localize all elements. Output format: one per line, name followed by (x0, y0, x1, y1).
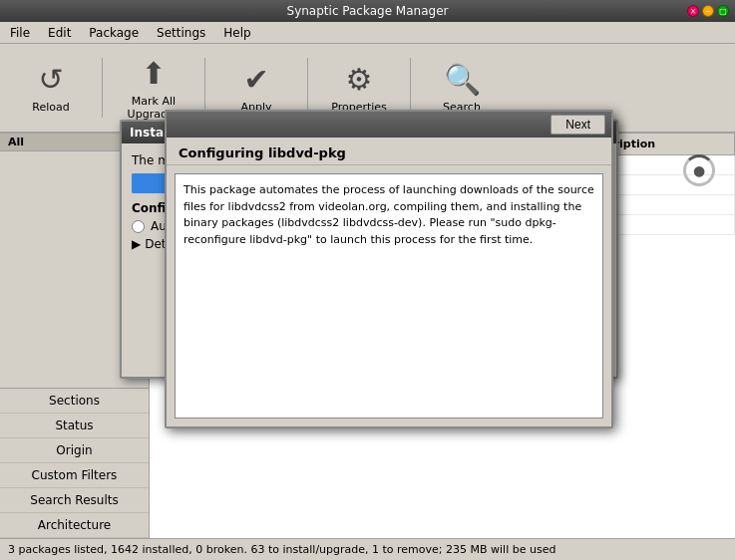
config-dialog-header: Next (167, 112, 611, 138)
close-button[interactable]: × (687, 5, 699, 17)
separator-2 (204, 58, 205, 118)
spinner-dot: ● (693, 162, 705, 178)
properties-icon: ⚙ (346, 62, 373, 97)
sidebar-item-architecture[interactable]: Architecture (0, 513, 149, 538)
sidebar-nav: Sections Status Origin Custom Filters Se… (0, 388, 149, 538)
search-toolbar-icon: 🔍 (444, 62, 481, 97)
status-bar: 3 packages listed, 1642 installed, 0 bro… (0, 538, 735, 560)
menu-bar: File Edit Package Settings Help (0, 22, 735, 44)
sidebar-item-origin[interactable]: Origin (0, 438, 149, 463)
separator-4 (410, 58, 411, 118)
status-text: 3 packages listed, 1642 installed, 0 bro… (8, 543, 555, 556)
reload-label: Reload (32, 101, 69, 114)
title-bar: Synaptic Package Manager × − □ (0, 0, 735, 22)
auto-radio[interactable] (132, 220, 145, 233)
menu-edit[interactable]: Edit (44, 25, 75, 41)
maximize-button[interactable]: □ (717, 5, 729, 17)
config-body-text: This package automates the process of la… (184, 183, 594, 246)
sidebar-item-sections[interactable]: Sections (0, 389, 149, 414)
apply-icon: ✔ (243, 62, 268, 97)
menu-help[interactable]: Help (219, 25, 254, 41)
next-button[interactable]: Next (551, 115, 605, 135)
details-arrow-icon: ▶ (132, 237, 141, 251)
separator-1 (102, 58, 103, 118)
sidebar-item-status[interactable]: Status (0, 414, 149, 438)
menu-file[interactable]: File (6, 25, 34, 41)
app-title: Synaptic Package Manager (287, 4, 449, 18)
menu-settings[interactable]: Settings (153, 25, 209, 41)
spinner-container: ● (683, 154, 715, 186)
config-dialog-body: This package automates the process of la… (167, 165, 611, 426)
reload-icon: ↺ (38, 62, 63, 97)
config-dialog-title: Configuring libdvd-pkg (167, 138, 611, 165)
separator-3 (307, 58, 308, 118)
sidebar-item-search-results[interactable]: Search Results (0, 488, 149, 513)
minimize-button[interactable]: − (702, 5, 714, 17)
mark-all-icon: ⬆ (141, 56, 166, 91)
sidebar-item-custom-filters[interactable]: Custom Filters (0, 463, 149, 488)
config-text-area[interactable]: This package automates the process of la… (175, 173, 603, 419)
config-dialog: Next Configuring libdvd-pkg This package… (165, 110, 613, 428)
reload-button[interactable]: ↺ Reload (6, 49, 96, 127)
window-controls[interactable]: × − □ (687, 5, 729, 17)
menu-package[interactable]: Package (85, 25, 143, 41)
spinner-icon: ● (683, 154, 715, 186)
